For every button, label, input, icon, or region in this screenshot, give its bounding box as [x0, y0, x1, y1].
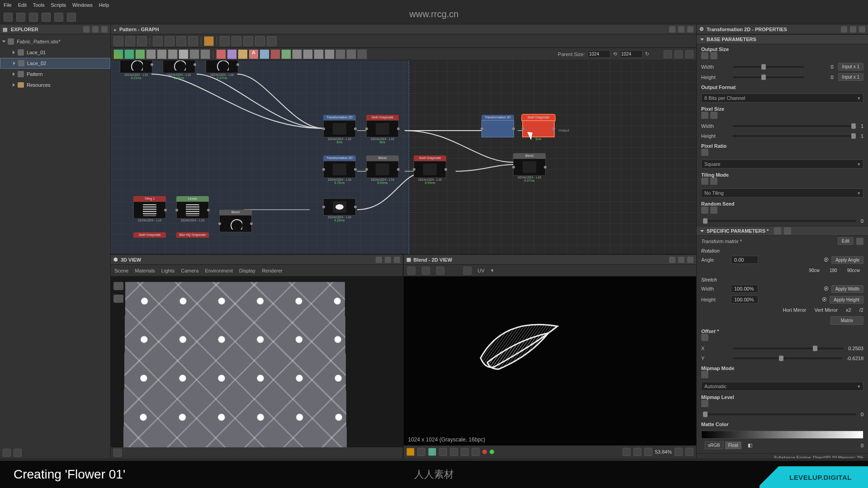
srgb-toggle[interactable]: sRGB [705, 441, 723, 449]
atom-icon[interactable] [179, 49, 189, 59]
ruler-icon[interactable] [450, 448, 458, 456]
close-icon[interactable] [859, 26, 865, 33]
pin-icon[interactable] [669, 26, 675, 33]
perf-icon[interactable] [675, 50, 683, 58]
home-icon[interactable] [4, 13, 13, 22]
layers-icon[interactable] [406, 448, 415, 456]
view2d-canvas[interactable]: 1024 x 1024 (Grayscale, 16bpc) [404, 277, 697, 446]
maximize-icon[interactable] [850, 26, 856, 33]
graph-node-transform[interactable]: Transformation 2D 1024x1024 - L160.76ms [323, 155, 356, 184]
atom-curve-icon[interactable] [135, 49, 145, 59]
settings-icon[interactable] [113, 449, 122, 457]
dot-icon[interactable] [644, 448, 652, 456]
chevron-right-icon[interactable] [13, 61, 15, 65]
new-icon[interactable] [16, 13, 25, 22]
reset-icon[interactable] [701, 334, 708, 341]
link-dims-icon[interactable]: ⟲ [613, 51, 617, 57]
stretch-height-input[interactable]: 100.00% [731, 296, 758, 304]
graph-node-shape[interactable]: 1024x1024 - L160.26ms [323, 198, 356, 222]
x2-button[interactable]: x2 [846, 307, 851, 313]
graph-node-swirl[interactable]: Swirl Grayscale 1024x1024 - L160ms [366, 115, 399, 144]
base-params-header[interactable]: BASE PARAMETERS [697, 34, 868, 44]
reset-icon[interactable] [701, 149, 708, 156]
pin-icon[interactable] [841, 26, 847, 33]
menu-file[interactable]: File [4, 2, 12, 8]
graph-node[interactable]: 1024x1024 - L160.37ms [206, 61, 238, 80]
undo-icon[interactable] [54, 13, 63, 22]
atom-icon[interactable] [157, 49, 167, 59]
maximize-icon[interactable] [678, 26, 684, 33]
mipmap-mode-select[interactable]: Automatic [701, 382, 863, 391]
copy-icon[interactable] [774, 227, 781, 235]
open-icon[interactable] [29, 13, 38, 22]
view3d-menu-scene[interactable]: Scene [114, 268, 128, 273]
graph-tool-icon[interactable] [255, 36, 265, 46]
apply-height-button[interactable]: Apply Height [830, 296, 863, 304]
edit-button[interactable]: Edit [838, 237, 854, 245]
render-icon[interactable] [113, 295, 123, 303]
select-tool-icon[interactable] [113, 36, 123, 46]
float-toggle[interactable]: Float [725, 441, 741, 449]
reset-icon[interactable] [701, 400, 708, 407]
graph-node-transform[interactable]: Transformation 2D 1024x1024 - L160ms [323, 115, 356, 144]
graph-tool-icon[interactable] [231, 36, 241, 46]
maximize-icon[interactable] [92, 26, 99, 33]
parent-height-input[interactable] [620, 50, 642, 58]
stepper-icon[interactable]: ⦿ [824, 286, 829, 291]
matrix-button[interactable]: Matrix [830, 316, 863, 325]
atom-mic-icon[interactable] [357, 49, 367, 59]
status-dot-icon[interactable] [482, 450, 487, 454]
close-icon[interactable] [687, 257, 693, 263]
atom-icon[interactable] [292, 49, 302, 59]
rot90ccw-button[interactable]: 90ccw [844, 267, 863, 274]
tree-item-lace02[interactable]: Lace_02 [0, 58, 110, 69]
copy-icon[interactable] [436, 267, 444, 275]
chevron-right-icon[interactable] [13, 51, 15, 54]
reset-icon[interactable] [710, 112, 717, 119]
uv-icon[interactable] [463, 267, 472, 275]
pin-icon[interactable] [83, 26, 90, 33]
zoom-reset-icon[interactable] [675, 448, 683, 456]
status-dot-icon[interactable] [490, 450, 494, 454]
link-icon[interactable] [701, 112, 708, 119]
chevron-right-icon[interactable] [13, 72, 15, 76]
offset-y-slider[interactable] [733, 357, 842, 359]
atom-icon[interactable] [303, 49, 313, 59]
graph-node[interactable]: 1024x1024 - L160.28ms [163, 61, 195, 80]
graph-node-transform-selected[interactable]: Transformation 2D [481, 115, 514, 137]
rot90cw-button[interactable]: 90cw [806, 267, 823, 274]
view3d-menu-renderer[interactable]: Renderer [262, 268, 283, 273]
link-icon[interactable] [701, 52, 708, 59]
expand-icon[interactable] [176, 36, 186, 46]
pixel-width-slider[interactable] [733, 125, 856, 127]
mipmap-level-slider[interactable] [703, 413, 856, 415]
output-format-select[interactable]: 8 Bits per Channel [701, 94, 863, 103]
div2-button[interactable]: /2 [859, 307, 863, 313]
atom-icon[interactable] [270, 49, 280, 59]
reset-icon[interactable] [784, 227, 791, 235]
tree-root[interactable]: Fabric_Pattern.sbs* [0, 36, 110, 47]
picker-icon[interactable]: ◧ [748, 442, 752, 448]
graph-tool-icon[interactable] [220, 36, 230, 46]
graph-node-swirl[interactable]: Swirl Grayscale 1024x1024 - L160.93ms [414, 155, 446, 184]
colorspace-toggle[interactable]: sRGB Float [705, 441, 741, 449]
open-icon[interactable] [407, 267, 415, 275]
rot180-button[interactable]: 180 [826, 267, 841, 274]
graph-node-tiling[interactable]: Tiling 1 1024x1024 - L16 [133, 196, 166, 222]
atom-icon[interactable] [168, 49, 178, 59]
specific-params-header[interactable]: SPECIFIC PARAMETERS * [697, 226, 868, 236]
refresh-icon[interactable]: ↻ [645, 51, 649, 57]
apply-angle-button[interactable]: Apply Angle [831, 256, 863, 264]
tiling-mode-select[interactable]: No Tiling [701, 188, 863, 197]
atom-icon[interactable] [146, 49, 156, 59]
reset-icon[interactable] [710, 178, 717, 185]
camera-icon[interactable] [113, 282, 123, 290]
stretch-width-input[interactable]: 100.00% [731, 285, 758, 293]
view3d-menu-display[interactable]: Display [239, 268, 255, 273]
pin-icon[interactable] [669, 257, 675, 263]
menu-tools[interactable]: Tools [33, 2, 45, 8]
angle-stepper-icon[interactable]: ⦿ [824, 257, 829, 263]
atom-text-icon[interactable]: A [249, 49, 259, 59]
reset-icon[interactable] [710, 206, 717, 214]
offset-x-slider[interactable] [733, 347, 844, 349]
